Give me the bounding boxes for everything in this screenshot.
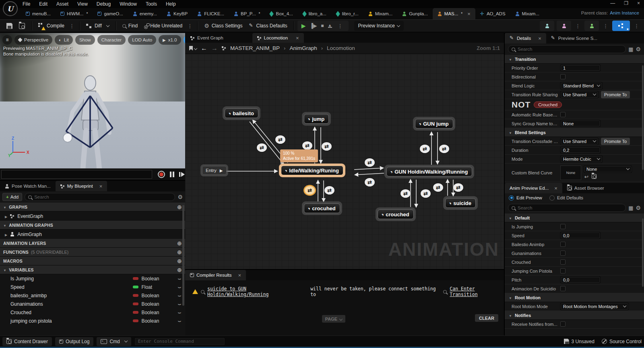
clear-button[interactable]: CLEAR bbox=[475, 314, 498, 322]
show-button[interactable]: Show bbox=[75, 35, 95, 45]
add-macro-icon[interactable] bbox=[177, 258, 182, 264]
tab-asset-browser[interactable]: Asset Browser bbox=[562, 183, 609, 193]
asset-tab[interactable]: libro_a... bbox=[298, 8, 331, 19]
transition-rule-icon[interactable] bbox=[365, 178, 375, 186]
state-node-gun-holdin-walking-running[interactable]: GUN Holdin/Walking/Running bbox=[384, 165, 474, 178]
section-default[interactable]: Default bbox=[505, 213, 644, 222]
warning-link-can-enter-transition[interactable]: Can Enter Transition bbox=[450, 286, 504, 297]
menu-help[interactable]: Help bbox=[166, 1, 176, 7]
use-selected-icon[interactable]: ↩ bbox=[584, 174, 588, 180]
asset-tab[interactable]: KeyBP bbox=[162, 8, 192, 19]
section-transition[interactable]: Transition bbox=[505, 55, 644, 64]
asset-tab[interactable]: BP_P...* bbox=[229, 8, 265, 19]
search-input[interactable] bbox=[518, 205, 622, 210]
page-dropdown[interactable]: PAGE bbox=[322, 315, 345, 323]
transition-rule-icon[interactable] bbox=[275, 135, 285, 144]
settings-gear-icon[interactable] bbox=[178, 194, 183, 200]
section-blend-settings[interactable]: Blend Settings bbox=[505, 128, 644, 137]
timeline-track[interactable] bbox=[1, 170, 152, 179]
details-search[interactable] bbox=[508, 45, 626, 53]
menu-tools[interactable]: Tools bbox=[146, 1, 157, 7]
state-node-bailesito[interactable]: bailesito bbox=[223, 106, 260, 120]
search-input[interactable] bbox=[518, 47, 622, 52]
section-variables[interactable]: VARIABLES bbox=[0, 265, 185, 274]
menu-edit[interactable]: Edit bbox=[39, 1, 47, 7]
nav-back-icon[interactable]: ← bbox=[201, 45, 207, 52]
transition-rule-icon[interactable] bbox=[365, 158, 375, 167]
eye-closed-icon[interactable] bbox=[178, 292, 181, 299]
class-defaults-button[interactable]: Class Defaults bbox=[246, 21, 290, 31]
breadcrumb-animgraph[interactable]: AnimGraph bbox=[289, 45, 317, 51]
asset-tab[interactable]: HIWM...* bbox=[56, 8, 93, 19]
variable-row[interactable]: jumping con pistolaBoolean bbox=[0, 317, 185, 325]
curve-thumbnail[interactable]: None bbox=[560, 166, 581, 180]
asset-tab-active[interactable]: MAS...* bbox=[433, 8, 475, 19]
variable-row[interactable]: SpeedFloat bbox=[0, 283, 185, 291]
menu-asset[interactable]: Asset bbox=[56, 1, 68, 7]
settings-gear-icon[interactable] bbox=[636, 205, 641, 211]
transition-rule-icon[interactable] bbox=[400, 189, 411, 198]
section-animation-graphs[interactable]: ANIMATION GRAPHS bbox=[0, 221, 185, 230]
step-forward-button[interactable] bbox=[179, 172, 185, 177]
tab-compiler-results[interactable]: Compiler Results bbox=[185, 270, 246, 280]
breadcrumb-locomotion[interactable]: Locomotion bbox=[327, 45, 355, 51]
transition-rule-icon[interactable] bbox=[433, 183, 443, 192]
tab-close-icon[interactable] bbox=[238, 272, 242, 278]
breadcrumb-root[interactable]: MASTER_ANIM_BP bbox=[230, 45, 280, 51]
pitch-input[interactable]: 0,0 bbox=[560, 276, 601, 283]
scrollbar[interactable] bbox=[182, 205, 184, 306]
anim-preview-search[interactable] bbox=[508, 204, 626, 212]
lit-button[interactable]: ◐Lit bbox=[55, 35, 73, 45]
curve-asset-dropdown[interactable]: None bbox=[584, 166, 632, 173]
settings-gear-icon[interactable] bbox=[636, 46, 641, 52]
search-icon[interactable] bbox=[443, 290, 447, 294]
unreal-logo-icon[interactable]: U bbox=[3, 1, 18, 16]
save-button[interactable] bbox=[3, 21, 16, 31]
crouched-checkbox[interactable] bbox=[560, 259, 566, 265]
character-button[interactable]: Character bbox=[97, 35, 126, 45]
browse-icon[interactable] bbox=[592, 174, 597, 179]
stop-icon[interactable]: ■ bbox=[321, 23, 324, 29]
promote-to-button[interactable]: Promote To bbox=[601, 91, 630, 98]
asset-tab[interactable]: ✛AO_ADS bbox=[475, 8, 510, 19]
root-motion-mode-dropdown[interactable]: Root Motion from Montages bbox=[560, 303, 629, 310]
is-jumping-checkbox[interactable] bbox=[560, 224, 566, 229]
menu-debug[interactable]: Debug bbox=[97, 1, 111, 7]
blend-logic-dropdown[interactable]: Standard Blend bbox=[560, 82, 603, 89]
variable-row[interactable]: bailestio_animbpBoolean bbox=[0, 291, 185, 300]
promote-to-button[interactable]: Promote To bbox=[601, 138, 630, 145]
animation-persona-button[interactable] bbox=[584, 21, 599, 31]
find-button[interactable]: Find bbox=[119, 21, 141, 31]
scrollbar[interactable] bbox=[642, 218, 644, 287]
tab-event-graph[interactable]: Event Graph bbox=[186, 33, 228, 43]
my-blueprint-search[interactable] bbox=[25, 193, 175, 201]
warning-link-transition[interactable]: suicide to GUN Holdin/Walking/Running bbox=[207, 286, 308, 297]
tab-preview-scene-settings[interactable]: Preview Scene S... bbox=[546, 33, 602, 44]
viewport-menu-icon[interactable]: ≡ bbox=[2, 35, 12, 45]
mesh-options-icon[interactable]: ⋮ bbox=[574, 23, 582, 29]
console-command-input[interactable] bbox=[134, 338, 225, 346]
preview-viewport[interactable]: ≡ Perspective ◐Lit Show Character LOD Au… bbox=[0, 33, 185, 168]
perspective-button[interactable]: Perspective bbox=[14, 35, 52, 45]
asset-tab[interactable]: Box_4... bbox=[265, 8, 297, 19]
compile-button[interactable]: Compile bbox=[35, 21, 68, 31]
tab-anim-preview-editor[interactable]: Anim Preview Ed... bbox=[505, 183, 562, 193]
edit-preview-radio[interactable]: Edit Preview bbox=[509, 195, 542, 201]
asset-tab[interactable]: gameO... bbox=[93, 8, 128, 19]
close-icon[interactable]: × bbox=[637, 0, 640, 6]
asset-tab[interactable]: Mixam... bbox=[363, 8, 397, 19]
rule-sharing-dropdown[interactable]: Use Shared bbox=[560, 91, 599, 98]
section-graphs[interactable]: GRAPHS bbox=[0, 203, 185, 211]
gunanimations-checkbox[interactable] bbox=[560, 251, 566, 256]
diff-button[interactable]: Diff bbox=[83, 21, 112, 31]
output-log-button[interactable]: Output Log bbox=[55, 337, 93, 346]
add-button[interactable]: +Add bbox=[2, 193, 22, 201]
step-forward-icon[interactable]: ▐▶ bbox=[310, 23, 317, 29]
preview-instance-dropdown[interactable]: Preview Instance bbox=[354, 21, 404, 31]
record-button[interactable] bbox=[158, 171, 165, 178]
graph-item-eventgraph[interactable]: EventGraph bbox=[0, 211, 185, 221]
bidirectional-checkbox[interactable] bbox=[560, 74, 566, 79]
state-machine-canvas[interactable]: Entry▶ bailesito jump GUN jump Idle/Walk… bbox=[185, 54, 504, 269]
tab-locomotion[interactable]: Locomotion bbox=[252, 33, 304, 43]
transition-rule-icon[interactable] bbox=[453, 183, 463, 192]
